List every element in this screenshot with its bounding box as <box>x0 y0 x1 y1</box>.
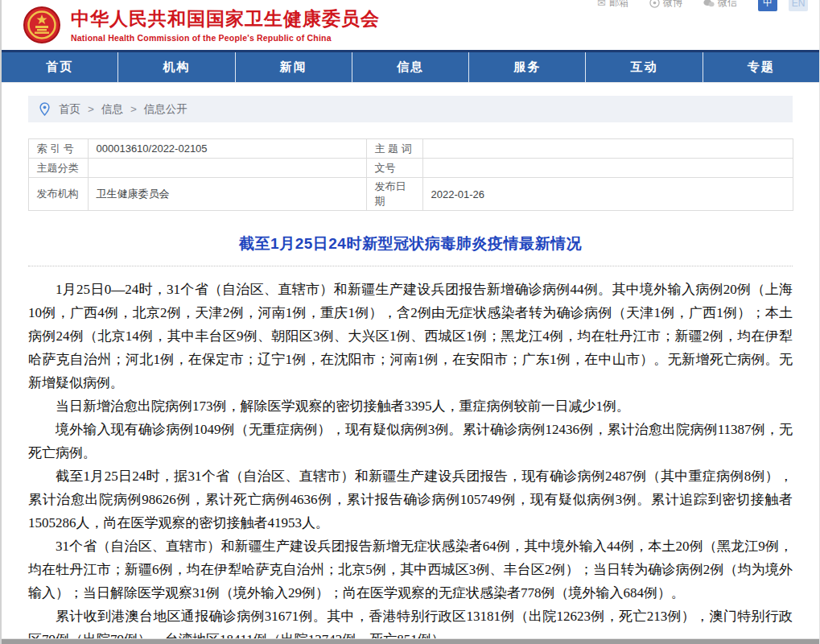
meta-value-index-number: 000013610/2022-02105 <box>88 139 366 159</box>
breadcrumb-info[interactable]: 信息 <box>101 102 123 117</box>
breadcrumb-row: 首页 > 信息 > 信息公开 <box>28 96 793 122</box>
quick-link-weibo-label: 微博 <box>663 0 682 10</box>
article-paragraph: 31个省（自治区、直辖市）和新疆生产建设兵团报告新增无症状感染者64例，其中境外… <box>28 535 793 605</box>
language-button-english[interactable]: EN <box>789 0 808 11</box>
meta-label-issuing-agency: 发布机构 <box>28 178 88 211</box>
site-title: 中华人民共和国国家卫生健康委员会 <box>71 8 380 31</box>
quick-links: ✉ 邮箱 微博 微信 中 EN <box>597 0 808 11</box>
table-row: 发布机构 卫生健康委员会 发布日期 2022-01-26 <box>28 178 793 211</box>
mail-icon: ✉ <box>597 0 606 9</box>
page-bottom-strip <box>2 639 819 644</box>
weibo-icon <box>649 0 660 8</box>
article-paragraph: 境外输入现有确诊病例1049例（无重症病例），现有疑似病例3例。累计确诊病例12… <box>28 418 793 464</box>
nav-item-news[interactable]: 新闻 <box>235 52 352 82</box>
nav-item-info[interactable]: 信息 <box>352 52 468 82</box>
quick-link-mail-label: 邮箱 <box>609 0 628 10</box>
article-paragraph: 截至1月25日24时，据31个省（自治区、直辖市）和新疆生产建设兵团报告，现有确… <box>28 464 793 535</box>
meta-value-publish-date: 2022-01-26 <box>422 178 793 211</box>
location-pin-icon <box>39 102 50 116</box>
article-title: 截至1月25日24时新型冠状病毒肺炎疫情最新情况 <box>2 233 819 254</box>
quick-link-wechat-label: 微信 <box>718 0 737 10</box>
article-paragraph: 1月25日0—24时，31个省（自治区、直辖市）和新疆生产建设兵团报告新增确诊病… <box>28 278 793 394</box>
meta-label-index-number: 索 引 号 <box>28 139 88 159</box>
meta-label-doc-number: 文号 <box>366 159 422 178</box>
nav-item-service[interactable]: 服务 <box>468 52 585 82</box>
dotted-divider <box>28 266 793 266</box>
meta-value-doc-number <box>422 159 793 178</box>
quick-link-wechat[interactable]: 微信 <box>703 0 737 10</box>
document-meta-table: 索 引 号 000013610/2022-02105 主 题 词 主题分类 文号… <box>28 138 793 211</box>
national-emblem-logo <box>23 5 61 47</box>
nav-item-home[interactable]: 首页 <box>2 52 117 82</box>
table-row: 主题分类 文号 <box>28 159 793 178</box>
breadcrumb-info-disclosure[interactable]: 信息公开 <box>144 102 187 117</box>
article-body: 1月25日0—24时，31个省（自治区、直辖市）和新疆生产建设兵团报告新增确诊病… <box>28 278 793 644</box>
site-subtitle: National Health Commission of the People… <box>71 33 380 43</box>
language-button-chinese[interactable]: 中 <box>758 0 777 11</box>
breadcrumb: 首页 > 信息 > 信息公开 <box>28 96 793 122</box>
breadcrumb-home[interactable]: 首页 <box>59 102 80 117</box>
quick-link-weibo[interactable]: 微博 <box>649 0 682 10</box>
meta-value-topic-category <box>88 159 366 178</box>
breadcrumb-separator: > <box>88 103 94 115</box>
nav-item-interact[interactable]: 互动 <box>585 52 702 82</box>
site-header: 中华人民共和国国家卫生健康委员会 National Health Commiss… <box>2 0 819 50</box>
meta-label-topic-category: 主题分类 <box>28 159 88 178</box>
meta-label-publish-date: 发布日期 <box>366 178 422 211</box>
site-title-block: 中华人民共和国国家卫生健康委员会 National Health Commiss… <box>71 3 380 43</box>
quick-link-mail[interactable]: ✉ 邮箱 <box>597 0 628 10</box>
nav-item-special[interactable]: 专题 <box>703 52 819 82</box>
meta-value-issuing-agency: 卫生健康委员会 <box>88 178 366 211</box>
main-nav: 首页 机构 新闻 信息 服务 互动 专题 <box>2 50 819 83</box>
article-paragraph: 当日新增治愈出院病例173例，解除医学观察的密切接触者3395人，重症病例较前一… <box>28 394 793 418</box>
meta-label-subject-words: 主 题 词 <box>366 139 422 159</box>
table-row: 索 引 号 000013610/2022-02105 主 题 词 <box>28 139 793 159</box>
wechat-icon <box>703 0 715 8</box>
breadcrumb-separator: > <box>130 103 137 115</box>
meta-value-subject-words <box>422 139 793 159</box>
nav-item-agency[interactable]: 机构 <box>117 52 234 82</box>
